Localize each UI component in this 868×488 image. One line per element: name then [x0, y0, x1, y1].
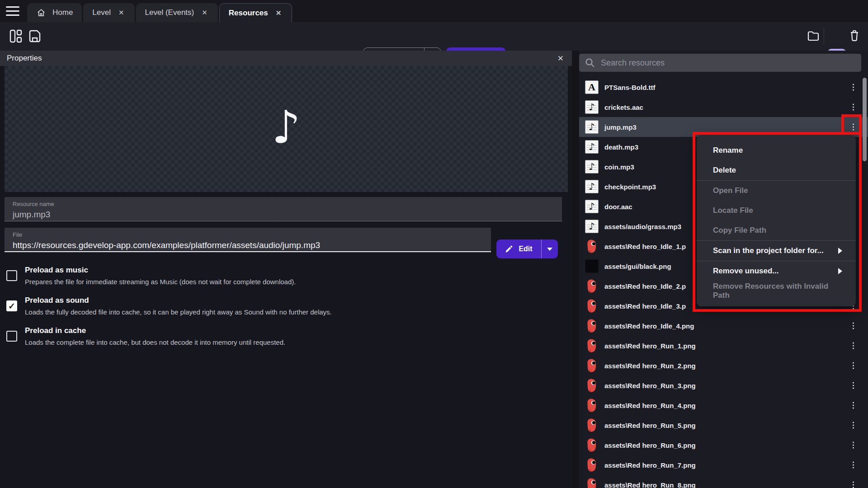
audio-file-icon: ♪ — [585, 120, 599, 134]
file-value[interactable]: https://resources.gdevelop-app.com/examp… — [13, 240, 483, 250]
resource-name: assets\Red hero_Idle_2.p — [604, 282, 686, 290]
red-hero-sprite-icon — [585, 279, 599, 293]
row-menu-icon[interactable] — [851, 82, 856, 93]
tab-close-icon[interactable]: ✕ — [274, 8, 283, 18]
close-icon[interactable]: ✕ — [557, 54, 564, 63]
resource-name: assets\Red hero_Idle_1.p — [604, 243, 686, 250]
row-menu-icon[interactable] — [851, 341, 856, 351]
menu-item-rename[interactable]: Rename — [697, 141, 856, 160]
home-icon — [36, 8, 46, 18]
red-hero-sprite-icon — [585, 239, 599, 253]
menu-item-label: Remove Resources with Invalid Path — [713, 282, 840, 300]
resource-row[interactable]: ♪jump.mp3 — [579, 117, 868, 137]
tab-level-events-[interactable]: Level (Events)✕ — [136, 3, 218, 22]
search-box[interactable] — [579, 54, 861, 72]
resource-row[interactable]: assets\Red hero_Run_2.png — [579, 356, 868, 375]
submenu-arrow-icon — [838, 248, 842, 254]
checkbox-label: Preload as sound — [25, 296, 549, 305]
tab-level[interactable]: Level✕ — [83, 3, 134, 22]
menu-item-label: Delete — [713, 166, 736, 175]
resource-row[interactable]: assets\Red hero_Run_7.png — [579, 455, 868, 475]
resource-name: door.aac — [604, 203, 632, 211]
resource-name: coin.mp3 — [604, 163, 634, 171]
red-hero-sprite-icon — [585, 458, 599, 472]
red-hero-sprite-icon — [585, 339, 599, 352]
tab-close-icon[interactable]: ✕ — [200, 8, 209, 18]
checkbox-label: Preload as music — [25, 266, 549, 275]
resource-row[interactable]: assets\Red hero_Run_1.png — [579, 336, 868, 356]
resource-row[interactable]: assets\Red hero_Idle_4.png — [579, 316, 868, 336]
row-menu-icon[interactable] — [851, 420, 856, 431]
project-manager-icon[interactable] — [9, 29, 23, 43]
edit-file-main[interactable]: Edit — [496, 245, 541, 253]
resource-name: assets\Red hero_Run_6.png — [604, 441, 696, 449]
trash-icon[interactable] — [849, 29, 860, 42]
preload-cache-row: Preload in cache Loads the complete file… — [6, 326, 549, 346]
resource-name-value[interactable]: jump.mp3 — [13, 210, 554, 220]
tab-resources[interactable]: Resources✕ — [219, 3, 292, 22]
resource-preview-area: ♪ — [5, 66, 568, 192]
resource-row[interactable]: APTSans-Bold.ttf — [579, 77, 868, 97]
resource-name: jump.mp3 — [604, 123, 637, 131]
save-icon[interactable] — [28, 29, 42, 43]
file-field[interactable]: File https://resources.gdevelop-app.com/… — [5, 228, 491, 252]
preload-music-checkbox[interactable] — [6, 270, 17, 281]
edit-file-button[interactable]: Edit — [496, 239, 558, 258]
tab-label: Home — [52, 8, 73, 17]
red-hero-sprite-icon — [585, 319, 599, 333]
resource-name: assets\Red hero_Idle_4.png — [604, 322, 694, 330]
row-menu-icon[interactable] — [851, 380, 856, 391]
row-menu-icon[interactable] — [851, 400, 856, 411]
menu-item-label: Locate File — [713, 206, 753, 215]
properties-panel: Properties ✕ ♪ Resource name jump.mp3 Fi… — [0, 51, 572, 488]
menu-item-copy-file-path: Copy File Path — [697, 221, 856, 240]
row-menu-icon[interactable] — [851, 361, 856, 371]
checkbox-description: Loads the fully decoded file into cache,… — [25, 308, 549, 316]
menu-item-scan-in-the-project-folder-for[interactable]: Scan in the project folder for... — [697, 241, 856, 261]
tab-home[interactable]: Home — [27, 3, 82, 22]
tab-strip: HomeLevel✕Level (Events)✕Resources✕ — [27, 3, 293, 22]
resource-row[interactable]: assets\Red hero_Run_6.png — [579, 435, 868, 455]
menu-item-remove-unused[interactable]: Remove unused... — [697, 261, 856, 281]
resource-name: checkpoint.mp3 — [604, 183, 656, 191]
row-menu-icon[interactable] — [851, 480, 856, 488]
row-menu-icon[interactable] — [851, 321, 856, 331]
main-menu-icon[interactable] — [5, 5, 20, 17]
search-input[interactable] — [601, 58, 856, 68]
resource-row[interactable]: assets\Red hero_Run_4.png — [579, 395, 868, 415]
preload-sound-checkbox[interactable]: ✓ — [6, 300, 17, 311]
red-hero-sprite-icon — [585, 359, 599, 372]
red-hero-sprite-icon — [585, 379, 599, 392]
resource-row[interactable]: assets\Red hero_Run_8.png — [579, 475, 868, 488]
file-label: File — [13, 231, 483, 238]
font-file-icon: A — [585, 80, 599, 94]
red-hero-sprite-icon — [585, 399, 599, 412]
audio-file-icon: ♪ — [585, 140, 599, 154]
row-menu-icon[interactable] — [851, 102, 856, 113]
folder-icon[interactable] — [807, 30, 819, 41]
resource-name-field[interactable]: Resource name jump.mp3 — [5, 197, 562, 221]
music-note-icon: ♪ — [272, 105, 301, 150]
menu-item-label: Open File — [713, 186, 748, 195]
checkbox-description: Prepares the file for immediate streamin… — [25, 278, 549, 286]
menu-item-delete[interactable]: Delete — [697, 160, 856, 180]
resource-row[interactable]: assets\Red hero_Run_3.png — [579, 375, 868, 395]
toolbar: Preview Publish — [0, 22, 868, 51]
resource-row[interactable]: assets\Red hero_Run_5.png — [579, 415, 868, 435]
scrollbar-thumb[interactable] — [863, 78, 867, 161]
edit-dropdown-button[interactable] — [542, 248, 558, 251]
row-menu-icon[interactable] — [851, 122, 856, 132]
row-menu-icon[interactable] — [851, 460, 856, 470]
resource-row[interactable]: ♪crickets.aac — [579, 97, 868, 117]
preload-cache-checkbox[interactable] — [6, 331, 17, 342]
row-menu-icon[interactable] — [851, 440, 856, 450]
properties-header: Properties ✕ — [0, 51, 572, 66]
red-hero-sprite-icon — [585, 418, 599, 432]
resource-name: crickets.aac — [604, 103, 643, 111]
resource-name: assets\Red hero_Run_5.png — [604, 422, 696, 429]
menu-item-remove-resources-with-invalid-path: Remove Resources with Invalid Path — [697, 281, 856, 301]
tab-close-icon[interactable]: ✕ — [117, 8, 126, 18]
edit-label: Edit — [519, 245, 532, 253]
search-icon — [585, 57, 595, 68]
red-hero-sprite-icon — [585, 438, 599, 452]
